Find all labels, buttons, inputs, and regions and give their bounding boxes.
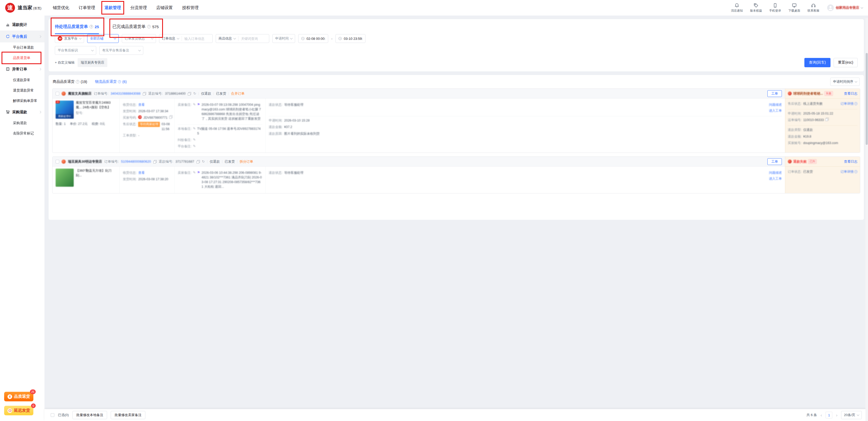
edit-icon[interactable] xyxy=(193,126,195,131)
sidebar-item-quality-return-orders[interactable]: 品质退货单 xyxy=(0,53,44,63)
sidebar: 退款统计 平台售后 平台订单退款 品质退货单 异常订单 仅退款异常 退货退款异常… xyxy=(0,15,44,210)
copy-icon[interactable] xyxy=(153,160,156,163)
tab-completed-quality-returns[interactable]: 已完成品质退货单 575 xyxy=(113,19,159,34)
apply-time-select[interactable]: 申请时间 xyxy=(272,34,295,43)
nav-item-authorization[interactable]: 授权管理 xyxy=(182,5,199,10)
nav-item-shop-settings[interactable]: 店铺设置 xyxy=(156,5,173,10)
aftersale-note-select[interactable]: 有无平台售后备注 xyxy=(99,46,143,55)
nav-item-listing[interactable]: 铺货优化 xyxy=(53,5,69,10)
platform-select[interactable]: JD 京东平台 xyxy=(55,34,84,43)
ship-status-select[interactable]: 订单发货状态 xyxy=(122,34,156,43)
tag-shipped: 已发货 xyxy=(216,91,226,96)
date-to-value: 03-10 23:59: xyxy=(344,37,363,41)
sidebar-item-label: 退款统计 xyxy=(12,22,27,27)
copy-icon[interactable] xyxy=(143,92,146,95)
sidebar-item-abnormal-orders[interactable]: 异常订单 xyxy=(0,63,44,75)
apply-time-label: 申请时间: xyxy=(269,118,282,123)
product-image[interactable] xyxy=(56,169,74,187)
subtab-logistics-quality-returns[interactable]: 物流品质退货 (6) xyxy=(95,79,127,84)
row-checkbox[interactable] xyxy=(56,160,59,163)
buyer-no-value: JDV8879800771 xyxy=(143,115,167,120)
order-no-link[interactable]: 5109448000680620 xyxy=(121,160,151,163)
sidebar-item-label: 采购退款 xyxy=(12,110,27,115)
sidebar-item-refund-only-abnormal[interactable]: 仅退款异常 xyxy=(0,75,44,85)
row-checkbox[interactable] xyxy=(56,92,59,95)
refresh-icon[interactable]: ↻ xyxy=(202,160,205,163)
sidebar-item-purchase-refund[interactable]: 采购退款 xyxy=(0,118,44,128)
copy-icon[interactable] xyxy=(188,92,191,95)
sidebar-item-platform-aftersale[interactable]: 平台售后 xyxy=(0,31,44,42)
edit-icon[interactable] xyxy=(193,137,195,142)
flag-icon: ⚑ xyxy=(197,170,200,175)
local-note-label: 本地备注: xyxy=(178,126,191,131)
receive-info-label: 收货信息: xyxy=(123,102,136,107)
chevron-down-icon xyxy=(138,49,141,52)
sidebar-item-refund-stats[interactable]: 退款统计 xyxy=(0,19,44,31)
seller-note-text: 2026-03-06 10:44:38.298 206-0898081 9-48… xyxy=(202,170,262,189)
refund-no-label: 退款编号: xyxy=(159,159,173,164)
filter-row-2: 平台售后标识 有无平台售后备注 xyxy=(49,46,434,55)
notes-column: 卖家备注:⚑2026-03-07 09:13:08.298 10047004 p… xyxy=(175,99,266,153)
order-no-label: 订单编号: xyxy=(94,91,108,96)
tab-label: 已完成品质退货单 xyxy=(113,24,146,30)
nav-item-refund[interactable]: 退款管理 xyxy=(104,5,121,10)
copy-icon[interactable] xyxy=(196,160,200,163)
subtab-product-quality-returns[interactable]: 商品品质退货 (19) xyxy=(53,79,87,84)
date-to-input[interactable]: 03-10 23:59: xyxy=(336,34,366,43)
divider xyxy=(198,92,199,95)
clock-icon xyxy=(301,37,305,40)
row-shop-name: 魔笛文具旗舰店 xyxy=(68,91,92,96)
edit-icon[interactable] xyxy=(193,170,195,175)
app-logo[interactable]: 速 xyxy=(5,3,15,13)
help-icon[interactable] xyxy=(147,25,151,28)
custom-edit-button[interactable]: + 自定义编辑 xyxy=(55,60,74,65)
refund-amount-label: 退款金额: xyxy=(269,125,282,129)
nav-item-distribution[interactable]: 分流管理 xyxy=(130,5,147,10)
sidebar-subitem-label: 解绑采购单异常 xyxy=(13,99,37,103)
refund-amount-value: ¥37.2 xyxy=(284,125,292,129)
order-no-link[interactable]: 3404310888843088 xyxy=(111,92,141,95)
receive-info-link[interactable]: 查看 xyxy=(138,102,145,107)
product-title[interactable]: 【360°翻盖无方缝】刮刀刮... xyxy=(76,169,116,177)
product-info-select[interactable]: 商品信息 xyxy=(216,36,238,41)
nav-item-orders[interactable]: 订单管理 xyxy=(79,5,95,10)
sidebar-item-platform-order-refund[interactable]: 平台订单退款 xyxy=(0,42,44,53)
tag-refund-only: 仅退款 xyxy=(201,91,211,96)
order-info-select[interactable]: 订单信息 xyxy=(159,36,182,41)
refund-status-value: 等待客服处理 xyxy=(284,170,303,175)
product-image[interactable]: JD 商家处理中 xyxy=(56,101,74,119)
shipping-column: 收货信息:查看 发货时间:2026-03-07 17:38:34 买家号码:JD… xyxy=(120,99,175,153)
shop-select-value: 全部店铺 xyxy=(90,36,103,41)
refresh-icon[interactable]: ↻ xyxy=(193,92,196,95)
edit-icon[interactable] xyxy=(193,102,195,107)
tab-pending-quality-returns[interactable]: 待处理品质退货单 25 xyxy=(55,19,99,34)
local-note-text: TV频道 05-08 17:56 退单号JDV8927883174 5 xyxy=(197,126,262,136)
ship-time-value: 2026-03-08 17:38:20 xyxy=(138,177,168,182)
order-info-input[interactable] xyxy=(182,37,212,41)
ticket-type-value: - xyxy=(138,133,139,138)
edit-icon[interactable] xyxy=(193,144,195,149)
keyword-input[interactable] xyxy=(239,37,269,41)
abnormal-order-icon xyxy=(6,67,10,71)
sidebar-item-unbind-purchase-abnormal[interactable]: 解绑采购单异常 xyxy=(0,96,44,106)
copy-icon[interactable] xyxy=(169,115,172,119)
jd-corner-badge: JD xyxy=(56,101,60,103)
row-shop-name: 瑞豆厨具30明达专营店 xyxy=(68,159,102,164)
sidebar-subitem-label: 采购退款 xyxy=(13,121,27,125)
product-title[interactable]: 魔笛宝宝百变魔方24983魔... 24色+颜彩【空色】 xyxy=(76,101,116,110)
shop-select[interactable]: 全部店铺 xyxy=(87,34,119,43)
help-icon[interactable] xyxy=(76,80,80,84)
help-icon[interactable] xyxy=(118,80,121,83)
shop-tag[interactable]: 瑞豆厨具专营店 xyxy=(78,58,107,67)
jd-platform-icon: JD xyxy=(58,36,62,41)
date-from-input[interactable]: 02-08 00:00: xyxy=(298,34,328,43)
sidebar-item-return-refund-abnormal[interactable]: 退货退款异常 xyxy=(0,85,44,96)
subtab-count: (6) xyxy=(122,79,127,84)
subtab-label: 物流品质退货 xyxy=(95,79,117,84)
help-icon[interactable] xyxy=(90,25,93,28)
receive-info-link[interactable]: 查看 xyxy=(138,170,145,175)
sidebar-item-purchase-refund-group[interactable]: 采购退款 xyxy=(0,106,44,118)
aftersale-flag-select[interactable]: 平台售后标识 xyxy=(55,46,96,55)
sidebar-item-remove-abnormal-mark[interactable]: 去除异常标记 xyxy=(0,128,44,139)
seller-note-text: 2026-03-07 09:13:08.298 10047004 pingmac… xyxy=(202,102,262,121)
